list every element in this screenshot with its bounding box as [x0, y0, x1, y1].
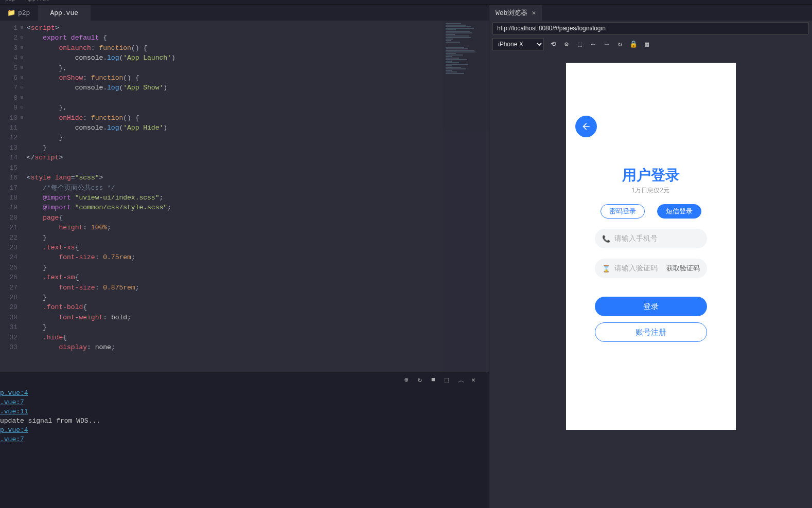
console-panel: ⊕ ↻ ■ ⬚ ︿ ✕ p.vue:4 .vue:7 .vue:11 updat… — [0, 372, 489, 508]
editor-tabs: 📁 p2p App.vue — [0, 5, 489, 21]
login-subtitle: 1万日息仅2元 — [632, 186, 669, 195]
console-link[interactable]: .vue:7 — [0, 435, 489, 444]
file-tab-label: App.vue — [50, 9, 78, 17]
console-icon-2[interactable]: ↻ — [418, 376, 425, 383]
forward-icon[interactable]: → — [603, 40, 611, 48]
lock-icon[interactable]: 🔒 — [629, 40, 638, 48]
password-login-tab[interactable]: 密码登录 — [601, 204, 645, 219]
line-gutter: 1234567891011121314151617181920212223242… — [0, 21, 21, 372]
console-icon-6[interactable]: ✕ — [471, 376, 479, 383]
phone-input[interactable]: 📞 请输入手机号 — [595, 229, 707, 248]
login-form: 用户登录 1万日息仅2元 密码登录 短信登录 📞 请输入手机号 ⌛ 请输入验证码… — [566, 166, 736, 342]
folder-tab-label: p2p — [18, 9, 30, 17]
editor-panel: 📁 p2p App.vue 12345678910111213141516171… — [0, 5, 489, 508]
console-content: p.vue:4 .vue:7 .vue:11 update signal fro… — [0, 387, 489, 444]
preview-area: 用户登录 1万日息仅2元 密码登录 短信登录 📞 请输入手机号 ⌛ 请输入验证码… — [489, 52, 812, 508]
register-button[interactable]: 账号注册 — [595, 322, 707, 342]
login-title: 用户登录 — [622, 166, 680, 185]
screenshot-icon[interactable]: ⬚ — [576, 40, 584, 48]
browser-tab[interactable]: Web浏览器 ✕ — [489, 5, 542, 21]
arrow-left-icon — [581, 121, 591, 132]
grid-icon[interactable]: ▦ — [643, 40, 651, 48]
login-tab-buttons: 密码登录 短信登录 — [601, 204, 701, 219]
url-input[interactable] — [492, 22, 809, 34]
refresh-icon[interactable]: ↻ — [616, 40, 624, 48]
sms-login-tab[interactable]: 短信登录 — [657, 204, 701, 219]
get-code-button[interactable]: 获取验证码 — [666, 264, 700, 273]
top-bar: p2p > App.vue — [0, 0, 812, 5]
console-link[interactable]: .vue:11 — [0, 407, 489, 416]
hourglass-icon: ⌛ — [602, 265, 610, 273]
device-toolbar: iPhone X ⟲ ⚙ ⬚ ← → ↻ 🔒 ▦ — [489, 36, 812, 52]
back-icon[interactable]: ← — [589, 40, 597, 48]
console-icon-5[interactable]: ︿ — [458, 376, 465, 383]
console-link[interactable]: .vue:7 — [0, 398, 489, 407]
back-button[interactable] — [575, 116, 597, 137]
fold-column: ⊟⊟⊟⊟⊟⊟⊟⊟⊟⊟ — [21, 21, 27, 372]
folder-tab[interactable]: 📁 p2p — [0, 5, 38, 21]
browser-tab-label: Web浏览器 — [496, 8, 527, 17]
code-input[interactable]: ⌛ 请输入验证码 获取验证码 — [595, 259, 707, 278]
url-bar — [489, 21, 812, 36]
console-icon-4[interactable]: ⬚ — [445, 376, 452, 383]
breadcrumb: p2p > App.vue — [5, 0, 49, 2]
console-icon-1[interactable]: ⊕ — [404, 376, 412, 383]
console-text: update signal from WDS... — [0, 417, 100, 425]
console-link[interactable]: p.vue:4 — [0, 389, 489, 398]
rotate-icon[interactable]: ⟲ — [549, 40, 557, 48]
device-select[interactable]: iPhone X — [492, 38, 544, 50]
console-link[interactable]: p.vue:4 — [0, 426, 489, 435]
gear-icon[interactable]: ⚙ — [562, 40, 571, 48]
code-placeholder: 请输入验证码 — [614, 264, 662, 273]
code-editor[interactable]: 1234567891011121314151617181920212223242… — [0, 21, 489, 372]
phone-frame: 用户登录 1万日息仅2元 密码登录 短信登录 📞 请输入手机号 ⌛ 请输入验证码… — [566, 63, 736, 430]
browser-panel: Web浏览器 ✕ iPhone X ⟲ ⚙ ⬚ ← → ↻ 🔒 ▦ — [489, 5, 812, 508]
login-button[interactable]: 登录 — [595, 297, 707, 316]
file-tab[interactable]: App.vue — [38, 5, 91, 21]
browser-tabs: Web浏览器 ✕ — [489, 5, 812, 21]
code-body[interactable]: <script> export default { onLaunch: func… — [27, 21, 489, 372]
close-icon[interactable]: ✕ — [532, 9, 536, 17]
minimap[interactable] — [443, 21, 489, 372]
folder-icon: 📁 — [7, 9, 15, 17]
phone-placeholder: 请输入手机号 — [614, 234, 700, 243]
phone-icon: 📞 — [602, 235, 610, 243]
console-icon-3[interactable]: ■ — [431, 376, 438, 383]
console-toolbar: ⊕ ↻ ■ ⬚ ︿ ✕ — [0, 372, 489, 387]
